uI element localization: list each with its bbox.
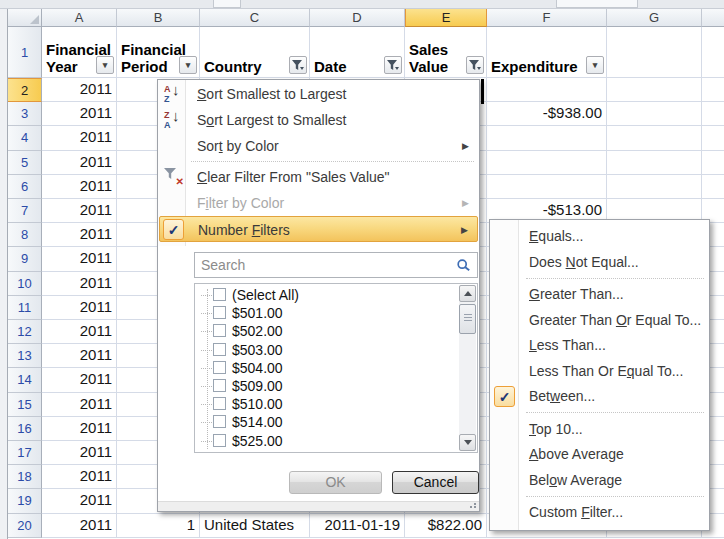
value-checkbox[interactable] [213,397,226,410]
row-header-15[interactable]: 15 [8,393,42,417]
cell-G4[interactable] [607,126,702,150]
cell-H2[interactable] [702,78,724,102]
column-header-F[interactable]: F [487,9,607,27]
value-checkbox[interactable] [213,324,226,337]
filter-value-item-502-00[interactable]: $502.00 [195,322,459,340]
menu-item-number-filters[interactable]: ✓Number Filters▶ [159,216,478,242]
column-header-G[interactable]: G [607,9,702,27]
filter-value-item-525-00[interactable]: $525.00 [195,432,459,450]
value-checkbox[interactable] [213,306,226,319]
filter-dropdown-button[interactable]: ▾ [586,56,604,74]
row-header-11[interactable]: 11 [8,296,42,320]
row-header-19[interactable]: 19 [8,489,42,513]
cell-A18[interactable]: 2011 [42,465,117,489]
row-header-4[interactable]: 4 [8,126,42,150]
row-header-3[interactable]: 3 [8,102,42,126]
ok-button[interactable]: OK [289,471,382,494]
header-cell-C[interactable]: Country [200,27,310,78]
scroll-down-button[interactable] [459,434,476,451]
search-icon[interactable] [456,258,472,274]
cell-E20[interactable]: $822.00 [405,514,487,538]
select-all-corner[interactable] [8,9,42,27]
column-header-partial[interactable] [702,9,724,27]
filter-funnel-button[interactable] [384,56,402,74]
filter-value-item-514-00[interactable]: $514.00 [195,413,459,431]
submenu-item-custom-filter[interactable]: Custom Filter... [491,500,708,526]
cell-B20[interactable]: 1 [117,514,200,538]
submenu-item-greater-than[interactable]: Greater Than... [491,282,708,308]
column-header-D[interactable]: D [310,9,405,27]
cell-G2[interactable] [607,78,702,102]
cell-H5[interactable] [702,151,724,175]
submenu-item-does-not-equal[interactable]: Does Not Equal... [491,250,708,276]
row-header-7[interactable]: 7 [8,199,42,223]
checkmark-icon[interactable]: ✓ [494,386,515,407]
cell-A11[interactable]: 2011 [42,296,117,320]
header-cell-partial[interactable] [702,27,724,78]
cell-D20[interactable]: 2011-01-19 [310,514,405,538]
filter-value-item-503-00[interactable]: $503.00 [195,341,459,359]
cell-A12[interactable]: 2011 [42,320,117,344]
submenu-item-less-than[interactable]: Less Than... [491,333,708,359]
menu-item-sort-largest-to-smallest[interactable]: ZA↓Sort Largest to Smallest [159,107,478,133]
menu-item-clear-filter-from-sales-value[interactable]: ✕Clear Filter From "Sales Value" [159,164,478,190]
filter-value-item-501-00[interactable]: $501.00 [195,304,459,322]
cell-A17[interactable]: 2011 [42,441,117,465]
header-cell-A[interactable]: FinancialYear▾ [42,27,117,78]
cell-A4[interactable]: 2011 [42,126,117,150]
scrollbar-thumb[interactable] [459,304,476,334]
filter-value-item-509-00[interactable]: $509.00 [195,377,459,395]
cell-A13[interactable]: 2011 [42,344,117,368]
column-header-B[interactable]: B [117,9,200,27]
row-header-20[interactable]: 20 [8,514,42,538]
filter-dropdown-button[interactable]: ▾ [96,56,114,74]
cell-A9[interactable]: 2011 [42,247,117,271]
cancel-button[interactable]: Cancel [392,471,479,494]
value-checkbox[interactable] [213,288,226,301]
cell-A5[interactable]: 2011 [42,151,117,175]
filter-value-item-select-all[interactable]: (Select All) [195,286,459,304]
filter-funnel-button[interactable] [466,56,484,74]
submenu-item-less-than-or-equal-to[interactable]: Less Than Or Equal To... [491,359,708,385]
cell-H3[interactable] [702,102,724,126]
value-checkbox[interactable] [213,379,226,392]
cell-F6[interactable] [487,175,607,199]
row-header-8[interactable]: 8 [8,223,42,247]
cell-H4[interactable] [702,126,724,150]
filter-search-box[interactable] [194,252,478,278]
submenu-item-greater-than-or-equal-to[interactable]: Greater Than Or Equal To... [491,308,708,334]
cell-A2[interactable]: 2011 [42,78,117,102]
submenu-item-top-10[interactable]: Top 10... [491,417,708,443]
scroll-up-button[interactable] [459,285,476,302]
cell-A15[interactable]: 2011 [42,393,117,417]
column-header-E[interactable]: E [405,9,487,27]
cell-G3[interactable] [607,102,702,126]
header-cell-E[interactable]: SalesValue [405,27,487,78]
cell-F2[interactable] [487,78,607,102]
menu-resize-bar[interactable] [158,501,479,511]
cell-G5[interactable] [607,151,702,175]
value-checkbox[interactable] [213,343,226,356]
filter-dropdown-button[interactable]: ▾ [179,56,197,74]
cell-F4[interactable] [487,126,607,150]
row-header-14[interactable]: 14 [8,368,42,392]
cell-A14[interactable]: 2011 [42,368,117,392]
filter-value-item-510-00[interactable]: $510.00 [195,395,459,413]
row-header-12[interactable]: 12 [8,320,42,344]
submenu-item-equals[interactable]: Equals... [491,224,708,250]
cell-A20[interactable]: 2011 [42,514,117,538]
value-checkbox[interactable] [213,434,226,447]
submenu-item-below-average[interactable]: Below Average [491,468,708,494]
value-checkbox[interactable] [213,415,226,428]
cell-C20[interactable]: United States [200,514,310,538]
filter-value-item-partial[interactable] [195,450,459,453]
row-header-6[interactable]: 6 [8,175,42,199]
row-header-1[interactable]: 1 [8,27,42,78]
row-header-13[interactable]: 13 [8,344,42,368]
row-header-10[interactable]: 10 [8,272,42,296]
value-checkbox[interactable] [213,361,226,374]
value-checkbox[interactable] [213,452,226,453]
checkmark-icon[interactable]: ✓ [163,219,184,240]
menu-item-sort-by-color[interactable]: Sort by Color▶ [159,133,478,159]
header-cell-B[interactable]: FinancialPeriod▾ [117,27,200,78]
